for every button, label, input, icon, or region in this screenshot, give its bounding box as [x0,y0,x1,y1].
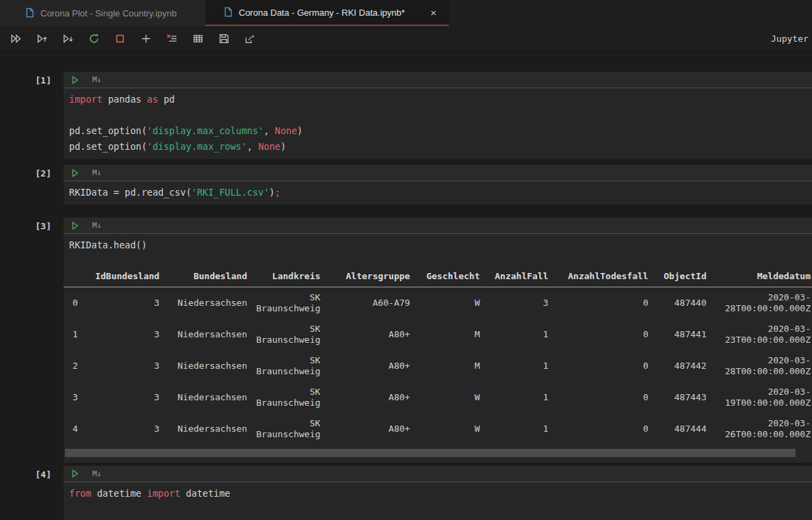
table-cell: SK Braunschweig [248,319,322,350]
table-cell: 3 [91,413,161,445]
table-cell: Niedersachsen [161,413,248,445]
close-icon[interactable]: × [428,6,439,19]
notebook-editor: [1]M↓import pandas as pd pd.set_option('… [0,51,812,520]
tab-label: Corona Plot - Single Country.ipynb [40,8,176,18]
column-header: Altersgruppe [322,267,411,287]
table-cell: 1 [482,382,550,413]
column-header: ObjectId [650,267,708,287]
table-cell: W [411,382,481,413]
markdown-toggle-button[interactable]: M↓ [92,469,101,478]
table-cell: 0 [550,287,650,319]
table-cell: 2020-03- 28T00:00:00.000Z [708,287,812,319]
table-cell: 487442 [650,350,708,382]
markdown-toggle-button[interactable]: M↓ [92,221,101,230]
cell-code-editor[interactable]: import pandas as pd pd.set_option('displ… [64,88,812,159]
run-above-icon [36,33,48,44]
editor-tab-1[interactable]: Corona Plot - Single Country.ipynb [0,0,205,26]
tab-bar: Corona Plot - Single Country.ipynbCorona… [0,0,812,26]
add-cell-button[interactable] [133,28,159,49]
table-cell: W [411,287,481,319]
markdown-toggle-button[interactable]: M↓ [92,75,101,84]
save-button[interactable] [211,28,237,49]
table-cell: A80+ [322,382,411,413]
notebook-toolbar: Jupyter Se [0,26,812,51]
table-cell: SK Braunschweig [248,413,322,445]
table-cell: 2020-03- 26T00:00:00.000Z [708,413,812,445]
output-horizontal-scrollbar[interactable] [65,449,811,457]
cell-code-editor[interactable]: from datetime import datetime RKIData["D… [64,482,812,520]
tab-bar-empty-space [449,0,812,26]
markdown-toggle-button[interactable]: M↓ [92,168,101,177]
table-cell: 1 [482,350,550,382]
table-cell: 0 [550,382,650,413]
table-cell: A80+ [322,319,411,350]
table-cell: 2020-03- 28T00:00:00.000Z [708,350,812,382]
execution-count: [1] [0,72,64,159]
run-cell-button[interactable] [70,469,80,478]
index-column-header [64,267,91,287]
table-cell: Niedersachsen [161,287,248,319]
table-cell: 1 [482,413,550,445]
cell-toolbar: M↓ [64,165,812,181]
table-cell: Niedersachsen [161,319,248,350]
table-cell: 487440 [650,287,708,319]
run-below-button[interactable] [55,28,81,49]
run-cell-button[interactable] [70,75,80,85]
table-cell: M [411,319,481,350]
table-cell: SK Braunschweig [248,350,322,382]
clear-outputs-button[interactable] [159,28,185,49]
execution-count: [3] [0,218,64,463]
cell-container: M↓RKIData.head()IdBundeslandBundeslandLa… [64,218,812,463]
table-cell: A80+ [322,413,411,445]
table-cell: Niedersachsen [161,350,248,382]
row-index: 2 [64,350,91,382]
editor-tab-2[interactable]: Corona Data - Germany - RKI Data.ipynb*× [205,0,449,26]
run-all-button[interactable] [3,28,29,49]
run-above-button[interactable] [29,28,55,49]
run-cell-button[interactable] [70,221,80,231]
run-all-icon [10,33,22,44]
cell-code-editor[interactable]: RKIData = pd.read_csv('RKI_FULL.csv'); [64,181,812,205]
jupyter-server-label[interactable]: Jupyter Se [771,34,812,44]
variable-explorer-button[interactable] [185,28,211,49]
cell-output: IdBundeslandBundeslandLandkreisAltersgru… [64,257,812,463]
interrupt-icon [114,33,126,44]
plus-icon [140,33,152,44]
table-cell: 3 [482,287,550,319]
cell-toolbar: M↓ [64,72,812,88]
export-button[interactable] [237,28,263,49]
restart-kernel-button[interactable] [81,28,107,49]
scrollbar-thumb[interactable] [65,449,796,457]
cell-toolbar: M↓ [64,466,812,482]
table-cell: M [411,350,481,382]
notebook-cell-4: [4]M↓from datetime import datetime RKIDa… [0,466,812,520]
cell-code-editor[interactable]: RKIData.head() [64,234,812,257]
save-icon [218,33,230,44]
column-header: Bundesland [161,267,248,287]
dataframe-table: IdBundeslandBundeslandLandkreisAltersgru… [64,267,812,445]
notebook-cell-3: [3]M↓RKIData.head()IdBundeslandBundeslan… [0,218,812,463]
table-cell: 3 [91,382,161,413]
table-cell: Niedersachsen [161,382,248,413]
table-cell: 3 [91,350,161,382]
row-index: 4 [64,413,91,445]
tab-label: Corona Data - Germany - RKI Data.ipynb* [239,8,405,18]
execution-count: [4] [0,466,64,520]
table-row: 43NiedersachsenSK BraunschweigA80+W10487… [64,413,812,445]
cell-toolbar: M↓ [64,218,812,234]
notebook-file-icon [223,7,233,18]
clear-outputs-icon [166,33,178,44]
table-cell: 2020-03- 23T00:00:00.000Z [708,319,812,350]
table-row: 33NiedersachsenSK BraunschweigA80+W10487… [64,382,812,413]
run-below-icon [62,33,74,44]
table-cell: 1 [482,319,550,350]
notebook-file-icon [25,8,35,18]
cell-container: M↓from datetime import datetime RKIData[… [64,466,812,520]
run-cell-button[interactable] [70,168,80,178]
play-icon [70,75,80,85]
table-cell: 0 [550,350,650,382]
table-cell: SK Braunschweig [248,287,322,319]
notebook-cell-1: [1]M↓import pandas as pd pd.set_option('… [0,72,812,159]
interrupt-kernel-button[interactable] [107,28,133,49]
restart-icon [88,33,100,44]
